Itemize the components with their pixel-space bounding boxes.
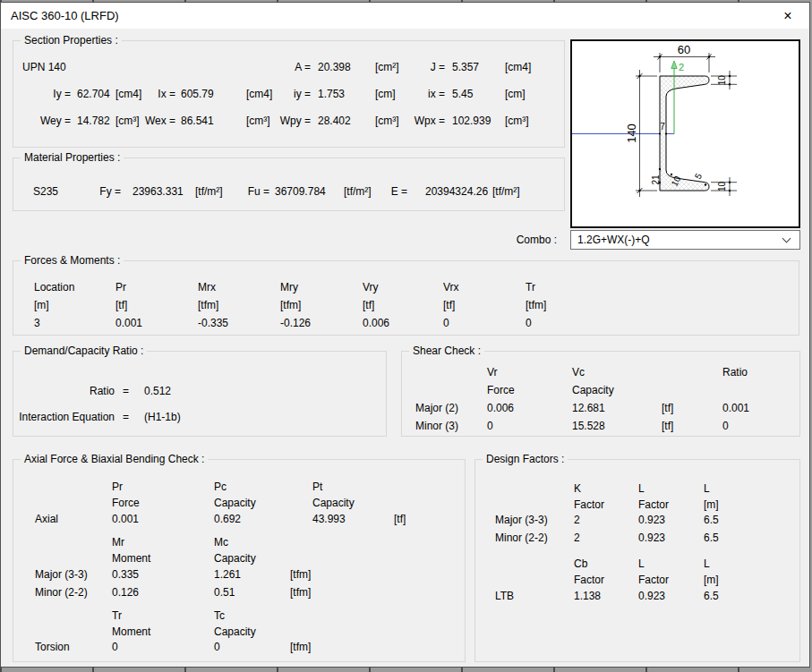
cell-unit: [tfm]: [290, 568, 311, 581]
group-title: Forces & Moments :: [21, 254, 124, 267]
col-subheader: Capacity: [214, 497, 256, 509]
row-label: Major (2): [415, 402, 458, 414]
col-header: Tr: [526, 281, 535, 293]
cell-value: -0.126: [280, 317, 311, 329]
group-title: Demand/Capacity Ratio :: [21, 345, 147, 357]
col-header: Mr: [112, 536, 124, 549]
close-button[interactable]: ×: [772, 4, 804, 27]
interaction-label: Interaction Equation: [19, 411, 115, 423]
wpx-unit: [cm³]: [505, 115, 529, 127]
ix-unit: [cm4]: [246, 88, 272, 100]
cell-value: 1.261: [214, 568, 241, 581]
section-drawing-svg: 60 2 140 7 21 10 5: [572, 41, 799, 226]
chevron-down-icon: [782, 234, 791, 243]
dim-c-label: 21: [651, 174, 661, 185]
ix-label: Ix =: [158, 88, 175, 100]
title-bar: AISC 360-10 (LRFD) ×: [1, 3, 809, 29]
cell-value: 6.5: [704, 514, 719, 526]
j-unit: [cm4]: [505, 61, 531, 73]
col-unit: [tf]: [115, 299, 127, 311]
cell-value: 0: [214, 641, 220, 653]
combo-label: Combo :: [517, 234, 557, 246]
fu-label: Fu =: [248, 185, 269, 198]
cell-value: 0: [112, 641, 118, 653]
row-label: LTB: [495, 590, 514, 602]
dim-tip-radius-label: 5: [693, 171, 705, 180]
col-header: L: [704, 557, 710, 570]
col-header: Pr: [112, 481, 123, 493]
ratio-label: Ratio: [90, 385, 115, 397]
col-header: K: [574, 482, 581, 495]
group-material-properties: Material Properties : S235 Fy = 23963.33…: [13, 157, 565, 211]
row-label: Minor (3): [415, 420, 458, 432]
col-unit: [tf]: [443, 299, 455, 311]
col-header: Vc: [572, 366, 585, 379]
wex-unit: [cm³]: [246, 115, 270, 127]
rix-label: ix =: [428, 88, 445, 100]
section-name: UPN 140: [22, 61, 66, 73]
interaction-value: (H1-1b): [144, 411, 181, 423]
col-header: L: [638, 482, 645, 495]
cell-value: 0.335: [112, 568, 139, 581]
riy-label: iy =: [294, 88, 311, 100]
equals-sign: =: [123, 385, 129, 397]
col-header: Mc: [214, 536, 228, 549]
cell-unit: [tf]: [662, 420, 673, 432]
cell-value: 0.692: [214, 513, 241, 525]
e-value: 20394324.26: [425, 185, 488, 198]
iy-unit: [cm4]: [115, 88, 141, 100]
riy-value: 1.753: [318, 88, 345, 100]
ratio-value: 0.512: [144, 385, 171, 397]
col-unit: [tfm]: [198, 299, 218, 311]
cell-unit: [tfm]: [290, 641, 311, 653]
row-label: Major (3-3): [35, 568, 88, 581]
cell-value: 0.126: [112, 586, 139, 599]
group-axial-bending: Axial Force & Biaxial Bending Check : Pr…: [13, 459, 466, 662]
desktop-background: AISC 360-10 (LRFD) × Section Properties …: [0, 0, 812, 672]
material-grade: S235: [33, 185, 58, 198]
cell-value: -0.335: [198, 317, 228, 329]
cell-unit: [tf]: [662, 402, 673, 414]
cell-value: 0.006: [487, 402, 514, 414]
cell-value: 0.001: [112, 513, 139, 525]
cell-value: 43.993: [312, 513, 346, 525]
a-value: 20.398: [318, 61, 351, 73]
cell-unit: [tf]: [394, 513, 406, 525]
ix-value: 605.79: [181, 88, 214, 100]
col-unit: [m]: [34, 299, 49, 311]
window-title: AISC 360-10 (LRFD): [11, 9, 119, 22]
col-header: Vr: [487, 366, 498, 379]
cell-value: 0: [526, 317, 532, 329]
col-header: Mry: [280, 281, 298, 293]
wpx-value: 102.939: [452, 115, 491, 127]
j-label: J =: [431, 61, 445, 73]
col-subheader: Capacity: [312, 497, 355, 509]
col-unit: [tfm]: [526, 299, 546, 311]
wpy-unit: [cm³]: [375, 115, 399, 127]
group-section-properties: Section Properties : UPN 140 A = 20.398 …: [13, 40, 565, 148]
wey-label: Wey =: [40, 115, 71, 127]
cell-value: 15.528: [572, 420, 605, 432]
dim-web-label: 7: [660, 122, 665, 132]
combo-select[interactable]: 1.2G+WX(-)+Q: [570, 230, 800, 250]
cell-value: 0.923: [638, 514, 665, 526]
col-header: Vry: [363, 281, 379, 293]
col-subheader: Moment: [112, 552, 150, 565]
row-label: Minor (2-2): [495, 532, 548, 544]
col-header: Pc: [214, 481, 227, 493]
fy-label: Fy =: [99, 185, 121, 198]
col-subheader: Factor: [638, 498, 669, 511]
rix-unit: [cm]: [505, 88, 526, 100]
row-label: Minor (2-2): [35, 586, 88, 599]
fy-unit: [tf/m²]: [195, 185, 223, 198]
col-subheader: Factor: [574, 498, 604, 511]
col-header: Vrx: [443, 281, 459, 293]
wex-value: 86.541: [181, 115, 214, 127]
cell-unit: [tfm]: [290, 586, 311, 599]
cell-value: 1.138: [574, 590, 601, 602]
col-subheader: Capacity: [214, 552, 256, 565]
col-subheader: Capacity: [572, 384, 614, 396]
axis-2-arrow: [671, 61, 677, 69]
cell-value: 6.5: [704, 532, 719, 544]
group-title: Axial Force & Biaxial Bending Check :: [21, 453, 208, 465]
